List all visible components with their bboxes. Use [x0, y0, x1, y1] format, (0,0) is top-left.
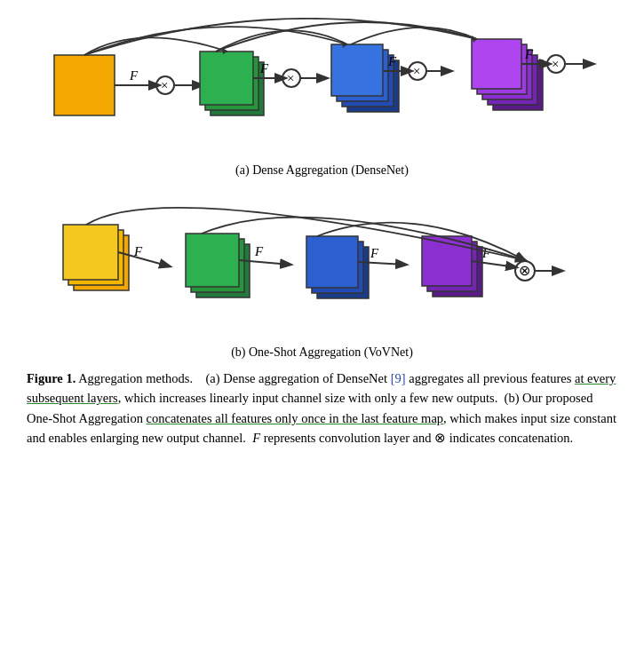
diagram-b-svg: F F F F ⊗	[56, 186, 589, 342]
svg-text:F: F	[259, 61, 269, 75]
diagram-a: F × F ×	[27, 18, 617, 178]
citation: [9]	[391, 371, 406, 385]
svg-text:F: F	[254, 244, 264, 258]
caption-b: (b) One-Shot Aggregation (VoVNet)	[231, 345, 413, 360]
svg-rect-29	[472, 39, 521, 89]
figure-label: Figure 1.	[27, 371, 76, 385]
svg-text:×: ×	[413, 64, 420, 78]
svg-rect-38	[63, 225, 118, 280]
diagram-a-svg: F × F ×	[38, 18, 607, 160]
svg-rect-43	[186, 234, 239, 287]
svg-text:×: ×	[287, 71, 294, 85]
svg-text:F: F	[133, 244, 143, 258]
svg-text:×: ×	[161, 78, 168, 92]
svg-text:F: F	[129, 68, 139, 83]
figure-caption: Figure 1. Aggregation methods. (a) Dense…	[27, 369, 617, 448]
svg-text:F: F	[370, 246, 379, 260]
svg-rect-18	[331, 44, 383, 96]
svg-text:⊗: ⊗	[519, 263, 530, 278]
caption-a: (a) Dense Aggregation (DenseNet)	[235, 163, 409, 178]
svg-text:F: F	[524, 47, 534, 61]
underline-phrase-2: concatenates all features only once in t…	[147, 411, 444, 425]
svg-rect-48	[306, 236, 358, 288]
svg-text:×: ×	[552, 57, 559, 71]
caption-text-1: Aggregation methods. (a) Dense aggregati…	[78, 371, 391, 385]
figure-container: F × F ×	[27, 18, 617, 448]
svg-rect-0	[54, 55, 115, 115]
diagram-b: F F F F ⊗	[27, 186, 617, 360]
svg-rect-8	[200, 52, 253, 105]
svg-text:F: F	[387, 54, 397, 68]
